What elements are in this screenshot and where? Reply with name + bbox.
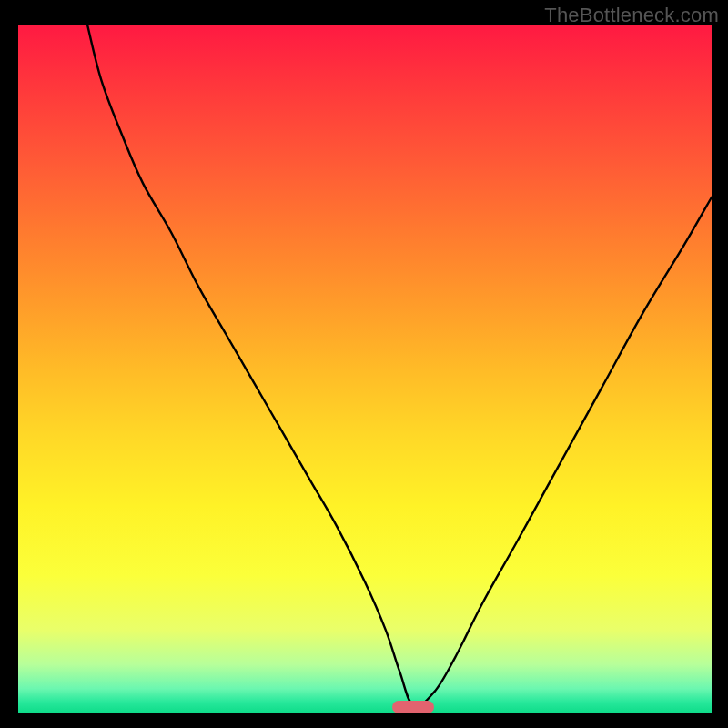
bottleneck-curve — [87, 25, 712, 706]
chart-frame: TheBottleneck.com — [0, 0, 728, 728]
watermark-text: TheBottleneck.com — [544, 4, 719, 27]
optimum-marker — [392, 701, 434, 713]
curve-svg — [18, 25, 712, 713]
plot-area — [18, 25, 712, 713]
